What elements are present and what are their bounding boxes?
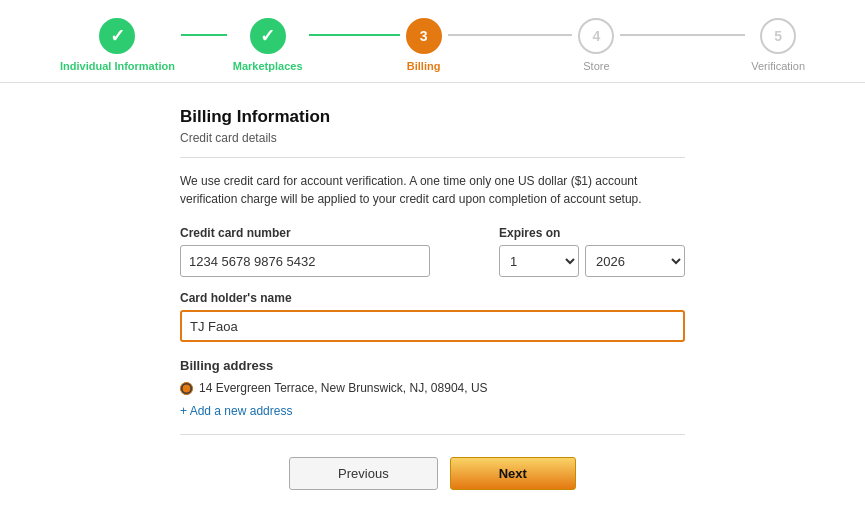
card-holder-group: Card holder's name	[180, 291, 685, 342]
info-text: We use credit card for account verificat…	[180, 172, 685, 208]
step-wrapper-store: 4 Store	[578, 18, 751, 72]
step-circle-billing: 3	[406, 18, 442, 54]
expires-month-select[interactable]: 1 2 3 4 5 6 7 8 9 10 11 12	[499, 245, 579, 277]
expires-year-select[interactable]: 2024 2025 2026 2027 2028 2029 2030	[585, 245, 685, 277]
step-individual: Individual Information	[60, 18, 175, 72]
main-content: Billing Information Credit card details …	[0, 83, 865, 511]
step-number-store: 4	[592, 28, 600, 44]
step-label-store: Store	[583, 60, 609, 72]
step-wrapper-verification: 5 Verification	[751, 18, 805, 72]
card-holder-label: Card holder's name	[180, 291, 685, 305]
card-holder-input[interactable]	[180, 310, 685, 342]
step-circle-store: 4	[578, 18, 614, 54]
footer-buttons: Previous Next	[180, 445, 685, 502]
step-line-4	[620, 34, 745, 36]
section-divider	[180, 157, 685, 158]
expires-group: Expires on 1 2 3 4 5 6 7 8 9 10 11 12	[499, 226, 685, 277]
billing-address-label: Billing address	[180, 358, 685, 373]
step-marketplaces: Marketplaces	[233, 18, 303, 72]
step-number-billing: 3	[420, 28, 428, 44]
step-label-billing: Billing	[407, 60, 441, 72]
step-verification: 5 Verification	[751, 18, 805, 72]
section-title: Billing Information	[180, 107, 685, 127]
checkmark-individual	[110, 25, 125, 47]
add-address-link[interactable]: + Add a new address	[180, 404, 292, 418]
step-circle-individual	[99, 18, 135, 54]
step-line-1	[181, 34, 227, 36]
billing-address-section: Billing address 14 Evergreen Terrace, Ne…	[180, 358, 685, 418]
credit-card-group: Credit card number	[180, 226, 483, 277]
section-subtitle: Credit card details	[180, 131, 685, 145]
step-store: 4 Store	[578, 18, 614, 72]
step-wrapper-individual: Individual Information	[60, 18, 233, 72]
checkmark-marketplaces	[260, 25, 275, 47]
address-text: 14 Evergreen Terrace, New Brunswick, NJ,…	[199, 381, 488, 395]
progress-bar: Individual Information Marketplaces 3 Bi…	[0, 0, 865, 83]
expires-selects-row: 1 2 3 4 5 6 7 8 9 10 11 12 2024 2025 202…	[499, 245, 685, 277]
step-label-verification: Verification	[751, 60, 805, 72]
address-radio-row: 14 Evergreen Terrace, New Brunswick, NJ,…	[180, 381, 685, 395]
step-circle-marketplaces	[250, 18, 286, 54]
address-radio[interactable]	[180, 382, 193, 395]
footer-divider	[180, 434, 685, 435]
credit-card-label: Credit card number	[180, 226, 483, 240]
step-number-verification: 5	[774, 28, 782, 44]
credit-card-input[interactable]	[180, 245, 430, 277]
step-wrapper-billing: 3 Billing	[406, 18, 579, 72]
step-line-2	[309, 34, 400, 36]
step-billing: 3 Billing	[406, 18, 442, 72]
previous-button[interactable]: Previous	[289, 457, 438, 490]
expires-label: Expires on	[499, 226, 685, 240]
step-circle-verification: 5	[760, 18, 796, 54]
step-label-individual: Individual Information	[60, 60, 175, 72]
next-button[interactable]: Next	[450, 457, 576, 490]
step-wrapper-marketplaces: Marketplaces	[233, 18, 406, 72]
step-line-3	[448, 34, 573, 36]
card-expires-row: Credit card number Expires on 1 2 3 4 5 …	[180, 226, 685, 277]
step-label-marketplaces: Marketplaces	[233, 60, 303, 72]
